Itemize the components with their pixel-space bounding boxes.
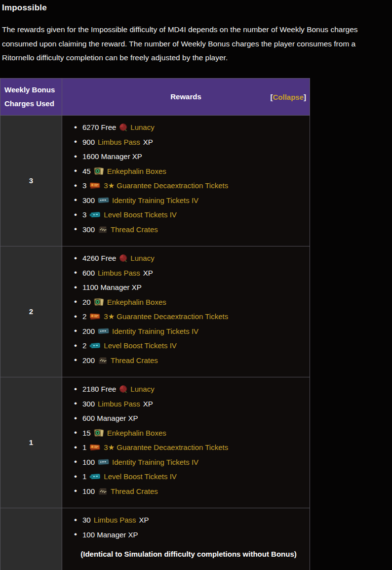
- bullet-dot: •: [74, 312, 77, 321]
- charges-cell: 0: [0, 508, 62, 570]
- reward-item: • 100 Identity Training Tickets IV: [74, 457, 305, 466]
- reward-quantity: 1600 Manager XP: [82, 152, 142, 161]
- decaextraction-ticket-icon: [89, 313, 101, 320]
- reward-item: • 45 Enkephalin Boxes: [74, 166, 305, 175]
- bullet-dot: •: [74, 487, 77, 495]
- identity-training-ticket-icon: [98, 197, 109, 204]
- bullet-dot: •: [74, 196, 77, 204]
- reward-link[interactable]: Enkephalin Boxes: [107, 298, 166, 306]
- bullet-dot: •: [74, 428, 77, 437]
- reward-quantity: 300: [82, 225, 95, 234]
- reward-quantity: 2180 Free: [82, 385, 116, 393]
- reward-quantity: 15: [82, 429, 91, 437]
- bullet-dot: •: [74, 516, 77, 525]
- enkephalin-box-icon: [94, 429, 104, 437]
- reward-item: • 100 Thread Crates: [74, 487, 305, 495]
- rewards-cell: • 4260 Free Lunacy • 600 Limbus Pass XP …: [62, 246, 310, 377]
- reward-item: • 1 Level Boost Tickets IV: [74, 472, 305, 481]
- reward-item: • 300 Identity Training Tickets IV: [74, 196, 305, 204]
- reward-item: • 3 Level Boost Tickets IV: [74, 210, 305, 219]
- reward-link[interactable]: Identity Training Tickets IV: [112, 458, 198, 466]
- reward-quantity: 1: [82, 443, 86, 451]
- bullet-dot: •: [74, 225, 77, 234]
- reward-link[interactable]: Enkephalin Boxes: [107, 167, 166, 175]
- rewards-cell: • 6270 Free Lunacy • 900 Limbus Pass XP …: [62, 115, 310, 246]
- identity-training-ticket-icon: [98, 327, 109, 334]
- reward-link[interactable]: Lunacy: [130, 254, 154, 262]
- reward-quantity: 2: [82, 312, 86, 321]
- level-boost-ticket-icon: [89, 211, 101, 218]
- rewards-column-header: Rewards [Collapse]: [62, 78, 310, 115]
- bullet-dot: •: [74, 472, 77, 481]
- reward-list: • 30 Limbus Pass XP • 100 Manager XP: [74, 516, 305, 539]
- rewards-header-label: Rewards: [170, 92, 201, 101]
- reward-quantity: 3: [82, 210, 86, 219]
- intro-paragraph: The rewards given for the Impossible dif…: [2, 23, 390, 65]
- reward-link[interactable]: Thread Crates: [111, 356, 158, 365]
- thread-crate-icon: [98, 487, 108, 495]
- reward-link[interactable]: Level Boost Tickets IV: [104, 472, 177, 481]
- reward-link[interactable]: 3★ Guarantee Decaextraction Tickets: [104, 181, 228, 190]
- reward-link[interactable]: Level Boost Tickets IV: [104, 210, 177, 219]
- reward-link[interactable]: Thread Crates: [111, 487, 158, 495]
- reward-quantity: 30: [82, 516, 91, 524]
- reward-quantity: 45: [82, 167, 91, 175]
- table-row: 3 • 6270 Free Lunacy • 900 Limbus Pass X…: [0, 115, 310, 246]
- reward-item: • 300 Thread Crates: [74, 225, 305, 234]
- section-heading: Impossible: [2, 2, 390, 13]
- reward-link[interactable]: Identity Training Tickets IV: [112, 196, 198, 204]
- reward-quantity: 3: [82, 181, 86, 190]
- table-row: 2 • 4260 Free Lunacy • 600 Limbus Pass X…: [0, 246, 310, 377]
- decaextraction-ticket-icon: [89, 182, 101, 189]
- reward-quantity: 300: [82, 400, 95, 408]
- reward-quantity: 6270 Free: [82, 123, 116, 131]
- reward-link[interactable]: Level Boost Tickets IV: [104, 341, 177, 350]
- reward-item: • 4260 Free Lunacy: [74, 254, 305, 263]
- reward-suffix: XP: [143, 400, 153, 408]
- reward-link[interactable]: Limbus Pass: [98, 400, 140, 408]
- charges-cell: 1: [0, 377, 62, 508]
- table-header-row: Weekly Bonus Charges Used Rewards [Colla…: [0, 78, 310, 115]
- rewards-cell: • 30 Limbus Pass XP • 100 Manager XP (Id…: [62, 508, 310, 570]
- reward-item: • 100 Manager XP: [74, 530, 305, 539]
- level-boost-ticket-icon: [89, 473, 101, 480]
- level-boost-ticket-icon: [89, 342, 101, 349]
- bullet-dot: •: [74, 399, 77, 408]
- reward-suffix: XP: [143, 138, 153, 146]
- enkephalin-box-icon: [94, 298, 104, 306]
- bullet-dot: •: [74, 341, 77, 350]
- reward-item: • 900 Limbus Pass XP: [74, 137, 305, 146]
- bullet-dot: •: [74, 414, 77, 423]
- collapse-control: [Collapse]: [270, 92, 306, 101]
- bullet-dot: •: [74, 326, 77, 335]
- reward-item: • 200 Thread Crates: [74, 356, 305, 365]
- reward-quantity: 1100 Manager XP: [82, 283, 142, 291]
- reward-link[interactable]: Lunacy: [130, 385, 154, 393]
- enkephalin-box-icon: [94, 167, 104, 175]
- reward-list: • 2180 Free Lunacy • 300 Limbus Pass XP …: [74, 385, 305, 496]
- bullet-dot: •: [74, 385, 77, 394]
- bullet-dot: •: [74, 166, 77, 175]
- reward-item: • 3 3★ Guarantee Decaextraction Tickets: [74, 181, 305, 190]
- reward-link[interactable]: Limbus Pass: [94, 516, 136, 524]
- reward-link[interactable]: Limbus Pass: [98, 269, 140, 277]
- reward-item: • 600 Manager XP: [74, 414, 305, 423]
- reward-link[interactable]: Identity Training Tickets IV: [112, 327, 198, 335]
- reward-link[interactable]: Limbus Pass: [98, 138, 140, 146]
- row-note: (Identical to Simulation difficulty comp…: [67, 550, 310, 558]
- reward-item: • 15 Enkephalin Boxes: [74, 428, 305, 437]
- reward-quantity: 200: [82, 327, 95, 335]
- reward-quantity: 900: [82, 138, 95, 146]
- reward-item: • 1 3★ Guarantee Decaextraction Tickets: [74, 443, 305, 452]
- reward-link[interactable]: Enkephalin Boxes: [107, 429, 166, 437]
- lunacy-icon: [119, 385, 127, 393]
- collapse-close-bracket: ]: [304, 92, 306, 101]
- collapse-link[interactable]: Collapse: [273, 92, 304, 101]
- reward-link[interactable]: 3★ Guarantee Decaextraction Tickets: [104, 443, 228, 452]
- bullet-dot: •: [74, 210, 77, 219]
- reward-link[interactable]: Lunacy: [130, 123, 154, 131]
- reward-quantity: 4260 Free: [82, 254, 116, 262]
- reward-link[interactable]: 3★ Guarantee Decaextraction Tickets: [104, 312, 228, 321]
- reward-link[interactable]: Thread Crates: [111, 225, 158, 234]
- rewards-table: Weekly Bonus Charges Used Rewards [Colla…: [0, 78, 310, 570]
